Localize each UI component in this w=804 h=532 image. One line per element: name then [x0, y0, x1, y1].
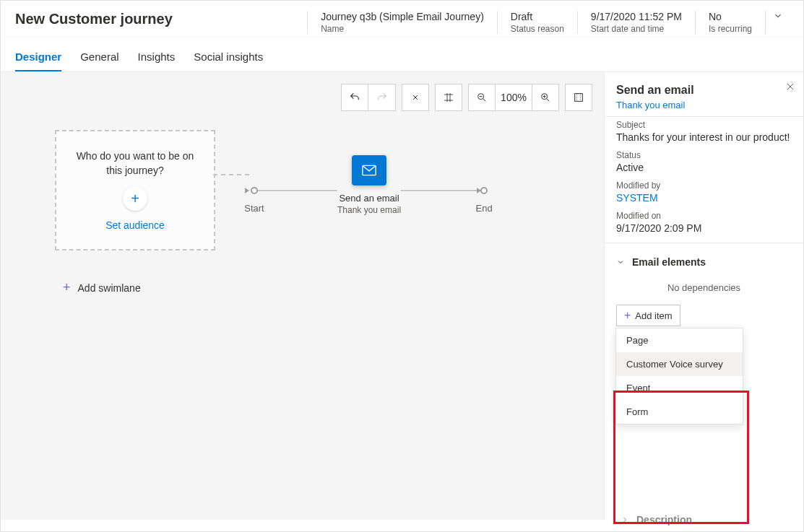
envelope-icon: [362, 165, 376, 176]
audience-prompt: Who do you want to be on this journey?: [68, 149, 202, 178]
zoom-level: 100%: [496, 84, 532, 111]
add-item-dropdown: Page Customer Voice survey Event Form: [615, 328, 743, 424]
section-label: Email elements: [632, 256, 706, 268]
meta-label: Is recurring: [709, 24, 752, 34]
section-description[interactable]: Description: [621, 514, 692, 526]
page-header: New Customer journey Journey q3b (Simple…: [1, 1, 803, 38]
meta-recurring[interactable]: No Is recurring: [696, 11, 766, 34]
add-swimlane-label: Add swimlane: [78, 282, 141, 294]
dropdown-item-page[interactable]: Page: [616, 328, 743, 352]
field-label-subject: Subject: [616, 120, 792, 130]
dropdown-item-form[interactable]: Form: [616, 400, 743, 424]
designer-canvas[interactable]: 100% Who do you want to be on this journ…: [1, 72, 605, 520]
meta-name[interactable]: Journey q3b (Simple Email Journey) Name: [307, 11, 498, 34]
field-label-status: Status: [616, 150, 792, 160]
no-dependencies-text: No dependencies: [605, 276, 803, 305]
tab-insights[interactable]: Insights: [138, 43, 176, 71]
minimap-button[interactable]: [435, 84, 462, 111]
meta-value: Draft: [511, 11, 564, 22]
section-description-label: Description: [636, 514, 692, 526]
field-label-modified-on: Modified on: [616, 211, 792, 221]
email-node-title: Send an email: [339, 193, 399, 204]
fullscreen-button[interactable]: [565, 84, 592, 111]
header-meta: Journey q3b (Simple Email Journey) Name …: [307, 11, 766, 34]
undo-button[interactable]: [341, 84, 368, 111]
tab-general[interactable]: General: [80, 43, 118, 71]
panel-title: Send an email: [616, 84, 792, 97]
chevron-down-icon[interactable]: [773, 11, 783, 21]
canvas-toolbar: 100%: [341, 84, 592, 111]
meta-value: 9/17/2020 11:52 PM: [591, 11, 682, 22]
plus-icon: +: [131, 191, 139, 207]
dropdown-item-customer-voice-survey[interactable]: Customer Voice survey: [616, 352, 743, 376]
fit-button[interactable]: [402, 84, 429, 111]
add-item-button[interactable]: + Add item: [616, 305, 680, 326]
zoom-in-button[interactable]: [532, 84, 559, 111]
plus-icon: +: [63, 280, 71, 295]
chevron-right-icon: [621, 515, 629, 524]
set-audience-link[interactable]: Set audience: [105, 219, 165, 231]
add-swimlane-button[interactable]: + Add swimlane: [63, 280, 141, 295]
connector: [401, 190, 480, 191]
end-node[interactable]: [480, 187, 488, 194]
meta-value: Journey q3b (Simple Email Journey): [321, 11, 484, 22]
meta-start-date[interactable]: 9/17/2020 11:52 PM Start date and time: [578, 11, 696, 34]
section-email-elements[interactable]: Email elements: [605, 243, 803, 276]
start-label: Start: [244, 203, 264, 214]
connector: [258, 190, 337, 191]
page-title: New Customer journey: [15, 11, 173, 27]
zoom-out-button[interactable]: [468, 84, 496, 111]
close-icon[interactable]: [786, 82, 795, 91]
start-node[interactable]: [251, 187, 258, 194]
properties-panel: Send an email Thank you email Subject Th…: [605, 72, 803, 520]
email-node-subtitle: Thank you email: [337, 205, 401, 215]
field-value-status: Active: [616, 162, 792, 173]
add-audience-button[interactable]: +: [123, 186, 147, 211]
redo-button[interactable]: [368, 84, 396, 111]
meta-label: Start date and time: [591, 24, 682, 34]
dropdown-item-event[interactable]: Event: [616, 376, 743, 400]
chevron-down-icon: [616, 258, 625, 266]
tabs: Designer General Insights Social insight…: [1, 38, 803, 72]
journey-flow: Start Send an email Thank you email End: [217, 166, 488, 215]
field-value-modified-by[interactable]: SYSTEM: [616, 192, 792, 204]
meta-value: No: [709, 11, 752, 22]
tab-designer[interactable]: Designer: [15, 43, 61, 71]
field-label-modified-by: Modified by: [616, 180, 792, 191]
connector-dashed: [213, 174, 249, 175]
add-item-label: Add item: [635, 310, 672, 321]
field-value-modified-on: 9/17/2020 2:09 PM: [616, 222, 792, 234]
panel-subtitle-link[interactable]: Thank you email: [616, 100, 792, 110]
field-value-subject: Thanks for your interest in our product!: [616, 131, 792, 143]
svg-rect-2: [575, 94, 583, 102]
email-node[interactable]: [352, 155, 386, 186]
tab-social-insights[interactable]: Social insights: [194, 43, 263, 71]
meta-label: Name: [321, 24, 484, 34]
meta-label: Status reason: [511, 24, 564, 34]
plus-icon: +: [624, 309, 631, 322]
audience-card[interactable]: Who do you want to be on this journey? +…: [55, 130, 215, 250]
meta-status[interactable]: Draft Status reason: [498, 11, 578, 34]
end-label: End: [475, 203, 492, 214]
